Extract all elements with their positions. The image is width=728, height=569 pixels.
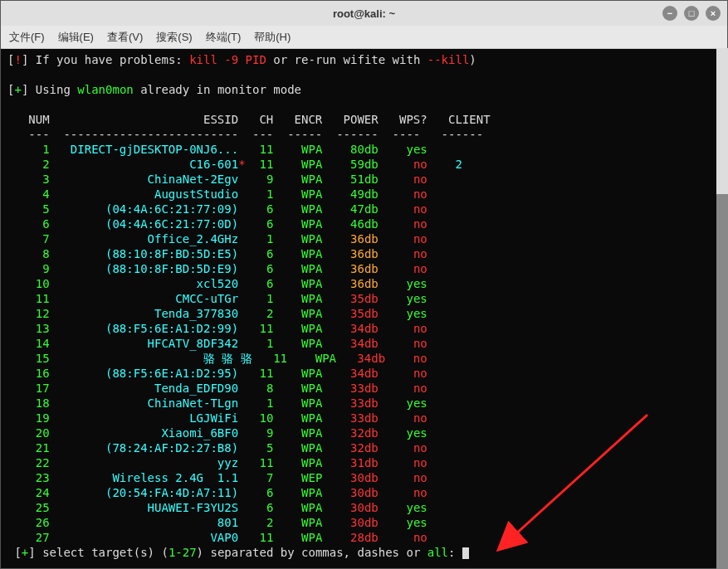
- menu-help[interactable]: 帮助(H): [254, 30, 291, 45]
- window-title: root@kali: ~: [333, 7, 395, 20]
- network-row: 19 LGJWiFi 10 WPA 33db no: [7, 411, 721, 426]
- menu-view[interactable]: 查看(V): [107, 30, 143, 45]
- network-row: 16 (88:F5:6E:A1:D2:95) 11 WPA 34db no: [7, 366, 721, 381]
- close-button[interactable]: ×: [706, 6, 721, 21]
- menubar: 文件(F) 编辑(E) 查看(V) 搜索(S) 终端(T) 帮助(H): [1, 26, 727, 49]
- menu-edit[interactable]: 编辑(E): [58, 30, 94, 45]
- menu-search[interactable]: 搜索(S): [156, 30, 192, 45]
- network-row: 12 Tenda_377830 2 WPA 35db yes: [7, 306, 721, 321]
- network-row: 27 VAP0 11 WPA 28db no: [7, 530, 721, 545]
- titlebar[interactable]: root@kali: ~ − □ ×: [1, 1, 727, 26]
- network-row: 23 Wireless 2.4G 1.1 7 WEP 30db no: [7, 470, 721, 485]
- menu-file[interactable]: 文件(F): [9, 30, 45, 45]
- network-row: 5 (04:4A:6C:21:77:09) 6 WPA 47db no: [7, 202, 721, 216]
- network-row: 7 Office_2.4GHz 1 WPA 36db no: [7, 231, 721, 246]
- cursor: [462, 547, 469, 559]
- network-row: 14 HFCATV_8DF342 1 WPA 34db no: [7, 336, 721, 351]
- network-row: 22 yyz 11 WPA 31db no: [7, 455, 721, 470]
- network-row: 21 (78:24:AF:D2:27:B8) 5 WPA 32db no: [7, 440, 721, 455]
- scrollbar-thumb[interactable]: [716, 194, 728, 569]
- network-row: 17 Tenda_EDFD90 8 WPA 33db no: [7, 381, 721, 396]
- network-row: 6 (04:4A:6C:21:77:0D) 6 WPA 46db no: [7, 216, 721, 231]
- network-row: 8 (88:10:8F:BD:5D:E5) 6 WPA 36db no: [7, 246, 721, 261]
- network-row: 1 DIRECT-gjDESKTOP-0NJ6... 11 WPA 80db y…: [7, 142, 721, 157]
- menu-terminal[interactable]: 终端(T): [206, 30, 242, 45]
- network-row: 2 C16-601* 11 WPA 59db no 2: [7, 157, 721, 172]
- scrollbar[interactable]: [716, 48, 728, 569]
- network-row: 24 (20:54:FA:4D:A7:11) 6 WPA 30db no: [7, 485, 721, 500]
- network-row: 4 AugustStudio 1 WPA 49db no: [7, 187, 721, 202]
- network-row: 26 801 2 WPA 30db yes: [7, 515, 721, 530]
- network-row: 13 (88:F5:6E:A1:D2:99) 11 WPA 34db no: [7, 321, 721, 336]
- window-controls: − □ ×: [662, 6, 721, 21]
- terminal-window: root@kali: ~ − □ × 文件(F) 编辑(E) 查看(V) 搜索(…: [0, 0, 728, 569]
- network-row: 3 ChinaNet-2Egv 9 WPA 51db no: [7, 172, 721, 187]
- minimize-button[interactable]: −: [662, 6, 677, 21]
- terminal-output[interactable]: [!] If you have problems: kill -9 PID or…: [1, 49, 727, 568]
- network-row: 20 Xiaomi_6BF0 9 WPA 32db yes: [7, 426, 721, 440]
- network-row: 11 CMCC-uTGr 1 WPA 35db yes: [7, 291, 721, 306]
- network-row: 18 ChinaNet-TLgn 1 WPA 33db yes: [7, 396, 721, 411]
- network-row: 25 HUAWEI-F3YU2S 6 WPA 30db yes: [7, 500, 721, 515]
- network-row: 10 xcl520 6 WPA 36db yes: [7, 276, 721, 291]
- network-row: 9 (88:10:8F:BD:5D:E9) 6 WPA 36db no: [7, 261, 721, 276]
- maximize-button[interactable]: □: [684, 6, 699, 21]
- network-row: 15 骆 骆 骆 11 WPA 34db no: [7, 351, 721, 366]
